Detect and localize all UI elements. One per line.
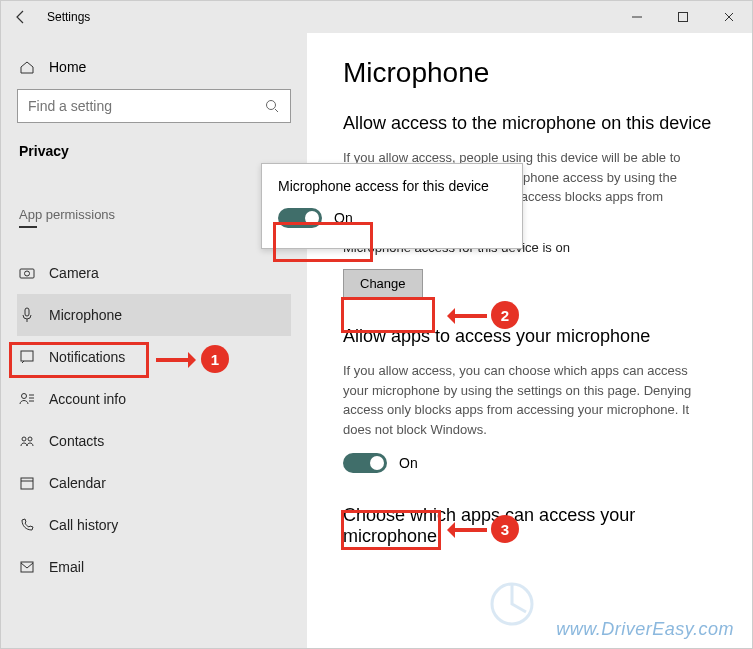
- annotation-badge-2: 2: [491, 301, 519, 329]
- sidebar-item-email[interactable]: Email: [17, 546, 291, 588]
- svg-rect-1: [679, 13, 688, 22]
- window-title: Settings: [41, 10, 90, 24]
- svg-rect-11: [21, 478, 33, 489]
- svg-point-5: [25, 271, 30, 276]
- sidebar-item-label: Email: [49, 559, 84, 575]
- contacts-icon: [19, 433, 35, 449]
- microphone-icon: [19, 307, 35, 323]
- annotation-arrow-2: [449, 314, 487, 318]
- annotation-badge-1: 1: [201, 345, 229, 373]
- annotation-box-sidebar-mic: [9, 342, 149, 378]
- sidebar-item-camera[interactable]: Camera: [17, 252, 291, 294]
- sidebar-item-microphone[interactable]: Microphone: [17, 294, 291, 336]
- sidebar-item-label: Account info: [49, 391, 126, 407]
- search-input[interactable]: [28, 98, 264, 114]
- section2-body: If you allow access, you can choose whic…: [343, 361, 716, 439]
- camera-icon: [19, 265, 35, 281]
- sidebar-item-label: Microphone: [49, 307, 122, 323]
- toggle-on-icon: [343, 453, 387, 473]
- apps-access-toggle[interactable]: On: [343, 453, 418, 473]
- page-title: Microphone: [343, 57, 716, 89]
- content-area: Microphone Allow access to the microphon…: [307, 33, 752, 648]
- svg-line-3: [275, 109, 278, 112]
- close-button[interactable]: [706, 1, 752, 33]
- search-box[interactable]: [17, 89, 291, 123]
- sidebar-item-calendar[interactable]: Calendar: [17, 462, 291, 504]
- annotation-arrow-3: [449, 528, 487, 532]
- titlebar: Settings: [1, 1, 752, 33]
- home-icon: [19, 59, 35, 75]
- section1-heading: Allow access to the microphone on this d…: [343, 113, 716, 134]
- svg-point-8: [22, 394, 27, 399]
- annotation-box-popup-toggle: [273, 222, 373, 262]
- home-label: Home: [49, 59, 86, 75]
- change-button[interactable]: Change: [343, 269, 423, 298]
- sidebar-item-label: Call history: [49, 517, 118, 533]
- section-underline: [19, 226, 37, 228]
- sidebar-item-contacts[interactable]: Contacts: [17, 420, 291, 462]
- sidebar-item-label: Camera: [49, 265, 99, 281]
- toggle-label: On: [399, 455, 418, 471]
- calendar-icon: [19, 475, 35, 491]
- search-icon: [264, 98, 280, 114]
- svg-point-10: [28, 437, 32, 441]
- annotation-badge-3: 3: [491, 515, 519, 543]
- sidebar-item-call-history[interactable]: Call history: [17, 504, 291, 546]
- annotation-box-apps-toggle: [341, 510, 441, 550]
- flyout-title: Microphone access for this device: [278, 178, 506, 194]
- svg-rect-4: [20, 269, 34, 278]
- account-icon: [19, 391, 35, 407]
- svg-point-2: [267, 101, 276, 110]
- sidebar-item-account-info[interactable]: Account info: [17, 378, 291, 420]
- window-controls: [614, 1, 752, 33]
- home-link[interactable]: Home: [17, 51, 291, 89]
- minimize-button[interactable]: [614, 1, 660, 33]
- sidebar-item-label: Contacts: [49, 433, 104, 449]
- sidebar: Home Privacy App permissions Camera Micr…: [1, 33, 307, 648]
- watermark-text: www.DriverEasy.com: [556, 619, 734, 640]
- phone-icon: [19, 517, 35, 533]
- maximize-button[interactable]: [660, 1, 706, 33]
- section-heading: App permissions: [19, 207, 291, 222]
- annotation-box-change: [341, 297, 435, 333]
- svg-rect-13: [21, 562, 33, 572]
- email-icon: [19, 559, 35, 575]
- back-button[interactable]: [1, 1, 41, 33]
- annotation-arrow-1: [156, 358, 194, 362]
- watermark-logo-icon: [482, 574, 542, 634]
- sidebar-item-label: Calendar: [49, 475, 106, 491]
- svg-point-9: [22, 437, 26, 441]
- svg-rect-6: [25, 308, 29, 316]
- category-title: Privacy: [19, 143, 291, 159]
